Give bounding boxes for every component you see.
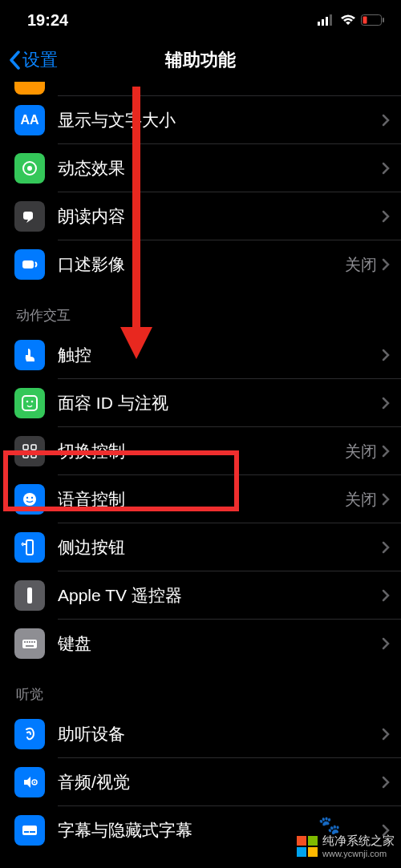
chevron-right-icon (382, 114, 390, 127)
svg-rect-5 (363, 17, 367, 24)
row-label: 显示与文字大小 (58, 109, 382, 131)
svg-rect-24 (24, 641, 26, 643)
row-voiceover-partial[interactable] (0, 80, 401, 96)
svg-rect-33 (24, 831, 29, 833)
svg-rect-25 (26, 641, 28, 643)
row-audio-visual[interactable]: 音频/视觉 (0, 758, 401, 806)
row-side-button[interactable]: 侧边按钮 (0, 523, 401, 571)
motion-icon (14, 153, 45, 184)
row-appletv-remote[interactable]: Apple TV 遥控器 (0, 571, 401, 620)
row-switch-control[interactable]: 切换控制 关闭 (0, 427, 401, 475)
svg-rect-15 (31, 445, 36, 450)
row-keyboard[interactable]: 键盘 (0, 620, 401, 668)
switch-icon (14, 436, 45, 466)
svg-point-18 (23, 493, 36, 506)
side-button-icon (14, 532, 45, 563)
chevron-right-icon (382, 589, 390, 602)
row-label: 朗读内容 (58, 205, 382, 228)
watermark-url: www.ycwnji.com (322, 849, 395, 858)
row-value: 关闭 (345, 254, 377, 276)
row-label: 切换控制 (58, 440, 345, 462)
voice-icon (14, 484, 45, 515)
svg-rect-28 (34, 641, 35, 643)
svg-point-19 (26, 497, 28, 499)
speech-icon (14, 201, 45, 232)
chevron-right-icon (382, 541, 390, 554)
svg-rect-26 (29, 641, 30, 643)
chevron-right-icon (382, 210, 390, 223)
row-voice-control[interactable]: 语音控制 关闭 (0, 475, 401, 523)
row-motion[interactable]: 动态效果 (0, 144, 401, 192)
row-spoken-content[interactable]: 朗读内容 (0, 192, 401, 240)
row-faceid[interactable]: 面容 ID 与注视 (0, 379, 401, 427)
row-label: 动态效果 (58, 157, 382, 180)
svg-rect-0 (318, 22, 320, 26)
chevron-right-icon (382, 445, 390, 458)
chevron-right-icon (382, 493, 390, 506)
wifi-icon (340, 14, 356, 26)
section-header-hearing: 听觉 (0, 668, 401, 710)
remote-icon (14, 580, 45, 611)
ear-icon (14, 719, 45, 749)
svg-rect-21 (26, 540, 33, 555)
section-header-motor: 动作交互 (0, 289, 401, 331)
audio-desc-icon (14, 249, 45, 280)
svg-rect-34 (30, 831, 35, 833)
svg-point-31 (34, 781, 35, 783)
row-value: 关闭 (345, 489, 377, 511)
row-label: 音频/视觉 (58, 771, 382, 793)
chevron-right-icon (382, 397, 390, 410)
row-label: 助听设备 (58, 723, 382, 745)
svg-rect-11 (22, 396, 37, 410)
row-label: 语音控制 (58, 488, 345, 511)
page-title: 辅助功能 (0, 48, 401, 72)
chevron-right-icon (382, 258, 390, 271)
row-value: 关闭 (345, 441, 377, 462)
svg-rect-29 (26, 645, 34, 647)
row-touch[interactable]: 触控 (0, 331, 401, 379)
svg-rect-23 (22, 640, 37, 648)
text-size-icon: AA (14, 105, 45, 135)
row-label: 触控 (58, 344, 382, 366)
nav-bar: 设置 辅助功能 (0, 40, 401, 80)
watermark: 纯净系统之家 www.ycwnji.com (297, 834, 395, 858)
svg-rect-6 (383, 18, 384, 22)
signal-icon (318, 14, 335, 26)
svg-rect-16 (23, 453, 28, 458)
faceid-icon (14, 388, 45, 418)
row-label: 面容 ID 与注视 (58, 392, 382, 414)
svg-rect-2 (326, 17, 328, 26)
back-button[interactable]: 设置 (0, 48, 58, 72)
status-bar: 19:24 (0, 0, 401, 40)
status-icons-group (318, 14, 385, 26)
row-hearing-devices[interactable]: 助听设备 (0, 710, 401, 758)
row-label: 侧边按钮 (58, 536, 382, 559)
svg-rect-32 (22, 826, 37, 835)
svg-point-20 (31, 497, 33, 499)
chevron-right-icon (382, 728, 390, 741)
chevron-left-icon (8, 50, 21, 70)
row-label: Apple TV 遥控器 (58, 584, 382, 607)
row-audio-descriptions[interactable]: 口述影像 关闭 (0, 240, 401, 289)
svg-rect-9 (23, 212, 33, 220)
status-time: 19:24 (27, 11, 68, 30)
watermark-logo-icon (297, 836, 318, 857)
chevron-right-icon (382, 776, 390, 789)
cc-icon (14, 815, 45, 846)
svg-rect-17 (31, 453, 36, 458)
svg-rect-10 (22, 260, 34, 268)
row-label: 口述影像 (58, 253, 345, 276)
row-label: 键盘 (58, 632, 382, 655)
svg-rect-1 (322, 19, 324, 26)
svg-point-13 (31, 401, 34, 403)
battery-low-icon (361, 14, 385, 26)
touch-icon (14, 340, 45, 370)
svg-rect-27 (31, 641, 33, 643)
svg-point-12 (26, 401, 29, 403)
chevron-right-icon (382, 162, 390, 175)
chevron-right-icon (382, 349, 390, 361)
voiceover-icon (14, 82, 45, 95)
row-display-text-size[interactable]: AA 显示与文字大小 (0, 96, 401, 144)
keyboard-icon (14, 628, 45, 659)
svg-rect-14 (23, 445, 28, 450)
